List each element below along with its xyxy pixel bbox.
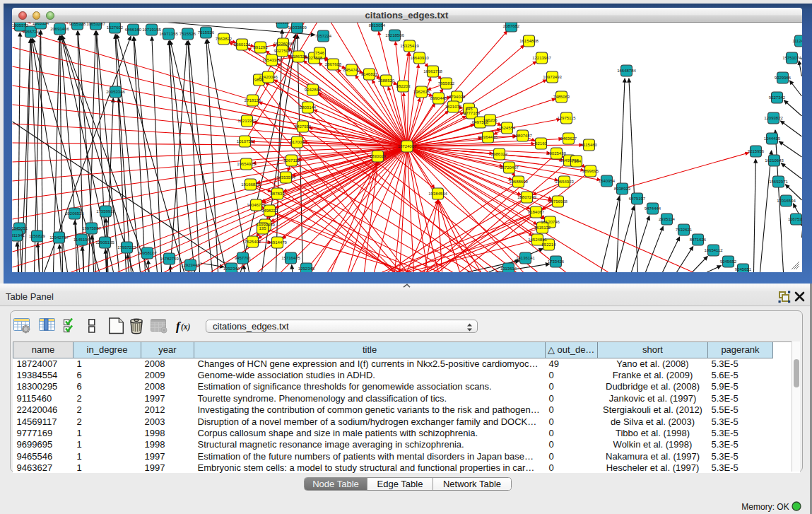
- svg-text:7515526: 7515526: [179, 32, 196, 36]
- svg-text:1292344: 1292344: [223, 267, 240, 271]
- svg-text:15325419: 15325419: [400, 44, 419, 48]
- svg-text:12213363: 12213363: [237, 119, 257, 123]
- svg-text:9184067: 9184067: [527, 210, 544, 214]
- svg-text:12975115: 12975115: [557, 116, 576, 120]
- svg-text:1010755: 1010755: [236, 139, 253, 144]
- svg-text:1112447: 1112447: [792, 39, 802, 43]
- svg-text:17957223: 17957223: [117, 245, 136, 250]
- svg-text:1905572: 1905572: [12, 23, 29, 28]
- svg-text:1621072: 1621072: [445, 105, 461, 109]
- svg-text:22420046: 22420046: [259, 75, 278, 79]
- svg-text:19975887: 19975887: [82, 226, 101, 230]
- svg-text:8427552: 8427552: [294, 124, 311, 129]
- svg-text:1362615: 1362615: [413, 90, 430, 94]
- svg-text:9115460: 9115460: [581, 143, 598, 147]
- svg-text:887833: 887833: [270, 192, 285, 196]
- svg-text:1527602: 1527602: [106, 25, 123, 30]
- svg-text:16154808: 16154808: [519, 39, 539, 43]
- svg-text:2718126: 2718126: [244, 98, 261, 103]
- svg-text:12942757: 12942757: [49, 235, 69, 240]
- svg-text:19384554: 19384554: [428, 192, 447, 196]
- svg-text:2803144: 2803144: [299, 105, 316, 110]
- svg-text:9245652: 9245652: [719, 259, 736, 264]
- svg-text:3215956: 3215956: [747, 149, 764, 153]
- svg-text:8990448: 8990448: [430, 96, 447, 100]
- svg-text:9899695: 9899695: [582, 169, 599, 173]
- svg-text:1145194: 1145194: [73, 238, 90, 242]
- svg-text:7625402: 7625402: [244, 240, 261, 244]
- svg-text:9242848: 9242848: [304, 88, 321, 92]
- svg-text:12093822: 12093822: [764, 116, 783, 120]
- svg-text:2087682: 2087682: [502, 24, 519, 28]
- svg-text:16782759: 16782759: [160, 257, 179, 261]
- svg-text:1156829: 1156829: [29, 234, 46, 238]
- svg-text:9327508: 9327508: [273, 49, 290, 53]
- svg-text:15716485: 15716485: [281, 256, 300, 260]
- svg-text:9227342: 9227342: [768, 95, 785, 100]
- svg-text:1292345: 1292345: [298, 267, 314, 271]
- svg-text:10973493: 10973493: [543, 75, 562, 79]
- svg-text:15692971: 15692971: [769, 180, 788, 184]
- svg-text:9055328: 9055328: [69, 23, 86, 26]
- svg-text:14353594: 14353594: [276, 175, 295, 180]
- svg-text:9463627: 9463627: [560, 136, 577, 141]
- svg-text:14524851: 14524851: [528, 238, 547, 242]
- svg-text:17016504: 17016504: [777, 199, 796, 203]
- svg-text:2935114: 2935114: [659, 217, 676, 221]
- svg-text:8471626: 8471626: [689, 238, 706, 242]
- svg-text:891295: 891295: [253, 45, 268, 49]
- svg-text:16120746: 16120746: [541, 220, 560, 224]
- svg-text:1313614: 1313614: [500, 267, 517, 271]
- svg-text:6479197: 6479197: [628, 197, 645, 201]
- svg-text:7663822: 7663822: [215, 37, 232, 41]
- svg-text:16033809: 16033809: [288, 25, 307, 30]
- svg-text:8454749: 8454749: [343, 68, 360, 72]
- svg-text:19218506: 19218506: [385, 33, 404, 37]
- svg-text:1624554: 1624554: [498, 126, 515, 130]
- svg-text:9498222: 9498222: [261, 209, 278, 213]
- svg-text:19654923: 19654923: [555, 180, 574, 184]
- svg-text:1733426: 1733426: [547, 259, 564, 264]
- svg-text:817004: 817004: [290, 140, 305, 144]
- svg-text:882203: 882203: [396, 84, 411, 88]
- svg-text:160338: 160338: [275, 23, 290, 25]
- svg-text:10653287: 10653287: [86, 23, 105, 26]
- svg-text:14136141: 14136141: [516, 256, 535, 260]
- svg-text:16648784: 16648784: [617, 69, 636, 73]
- svg-text:18724007: 18724007: [397, 144, 416, 148]
- svg-text:15226058: 15226058: [273, 42, 293, 46]
- svg-text:7515526: 7515526: [197, 30, 214, 35]
- svg-text:1830029: 1830029: [369, 154, 386, 158]
- svg-text:20053346: 20053346: [106, 90, 125, 94]
- svg-text:9329966: 9329966: [774, 76, 791, 80]
- svg-text:16210643: 16210643: [765, 158, 784, 163]
- svg-text:20364436: 20364436: [478, 135, 498, 139]
- svg-text:7546: 7546: [314, 51, 324, 55]
- svg-text:7564: 7564: [571, 159, 581, 163]
- svg-text:12905135: 12905135: [95, 240, 114, 245]
- svg-text:1615132: 1615132: [534, 226, 551, 230]
- svg-text:7357224: 7357224: [314, 34, 331, 38]
- svg-text:10807487: 10807487: [513, 134, 532, 138]
- svg-text:10025438: 10025438: [547, 151, 566, 156]
- svg-text:3267110: 3267110: [283, 158, 300, 163]
- svg-text:12923446: 12923446: [181, 263, 200, 267]
- svg-text:8660124: 8660124: [233, 42, 250, 47]
- svg-text:19654925: 19654925: [237, 162, 256, 166]
- svg-text:2055724: 2055724: [22, 30, 39, 34]
- svg-text:7955812: 7955812: [437, 81, 454, 86]
- svg-text:10958107: 10958107: [138, 251, 157, 255]
- svg-text:135: 135: [259, 226, 266, 230]
- svg-text:746206: 746206: [483, 118, 498, 122]
- svg-text:1244415: 1244415: [763, 136, 780, 141]
- svg-text:3911941: 3911941: [12, 233, 25, 238]
- svg-text:2986322: 2986322: [490, 152, 507, 156]
- svg-text:1065324: 1065324: [32, 23, 49, 25]
- svg-text:6794028: 6794028: [448, 95, 465, 99]
- svg-text:9777169: 9777169: [463, 111, 480, 115]
- svg-text:1640954: 1640954: [598, 179, 615, 183]
- svg-text:16971355: 16971355: [159, 32, 178, 36]
- svg-text:7632621: 7632621: [675, 228, 692, 232]
- svg-text:15720407: 15720407: [500, 165, 519, 170]
- svg-text:9457791: 9457791: [234, 256, 251, 260]
